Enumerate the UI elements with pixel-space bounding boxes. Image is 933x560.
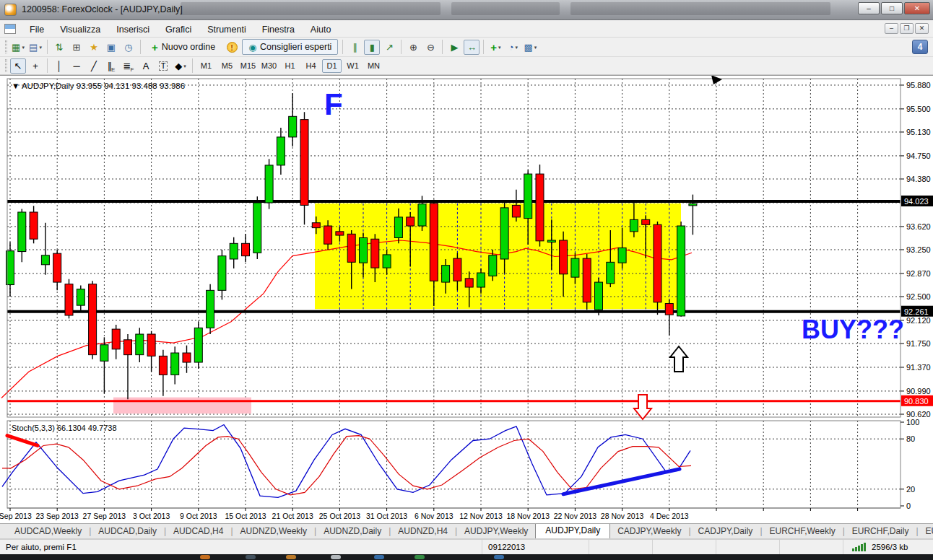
taskbar-icon[interactable] (374, 555, 384, 559)
date-axis-label: 12 Nov 2013 (459, 512, 503, 520)
menu-aiuto[interactable]: Aiuto (303, 22, 339, 37)
navigator-icon[interactable]: ★ (86, 40, 102, 55)
notification-badge[interactable]: 4 (912, 40, 928, 54)
traffic-counter: 2596/3 kb (872, 543, 908, 551)
menu-finestra[interactable]: Finestra (254, 22, 303, 37)
tab-eurchf-daily[interactable]: EURCHF,Daily (845, 524, 916, 538)
menu-visualizza[interactable]: Visualizza (52, 22, 108, 37)
toolbar-grip[interactable] (5, 59, 7, 72)
crosshair-icon[interactable]: + (27, 58, 43, 74)
strategy-tester-icon[interactable]: ◷ (121, 40, 136, 55)
indicator-label: Stoch(5,3,3) 66.1304 49.7738 (12, 424, 117, 432)
alert-icon[interactable]: ! (224, 40, 240, 55)
indicators-icon[interactable]: +▾ (487, 40, 503, 55)
windows-taskbar[interactable] (0, 554, 933, 560)
channel-icon[interactable]: ∥E (103, 58, 119, 74)
mdi-close-button[interactable]: ✕ (915, 23, 929, 34)
background-window (451, 2, 560, 15)
close-button[interactable]: ✕ (904, 2, 930, 14)
expert-advisors-button[interactable]: ◉Consiglieri esperti (242, 39, 338, 55)
timeframe-m5[interactable]: M5 (217, 59, 237, 73)
menu-grafici[interactable]: Grafici (157, 22, 199, 37)
indicator-axis-label: 20 (906, 485, 915, 494)
tab-cadjpy-weekly[interactable]: CADJPY,Weekly (610, 524, 688, 538)
profiles-icon[interactable]: ▤▾ (27, 40, 43, 55)
market-watch-icon[interactable]: ⇅ (51, 40, 67, 55)
price-marker-value: 90.830 (904, 397, 929, 406)
tab-audcad-daily[interactable]: AUDCAD,Daily (91, 524, 164, 538)
timeframe-m15[interactable]: M15 (238, 59, 258, 73)
tab-audnzd-h4[interactable]: AUDNZD,H4 (391, 524, 455, 538)
app-logo-icon (4, 4, 17, 16)
taskbar-icon[interactable] (415, 555, 425, 559)
terminal-icon[interactable]: ▣ (103, 40, 119, 55)
chart-window-icon[interactable] (4, 24, 16, 34)
mdi-minimize-button[interactable]: – (885, 23, 898, 34)
timeframe-mn[interactable]: MN (364, 59, 383, 73)
timeframe-m30[interactable]: M30 (259, 59, 279, 73)
tab-audcad-h4[interactable]: AUDCAD,H4 (166, 524, 230, 538)
price-marker-value: 94.023 (904, 197, 929, 206)
menu-strumenti[interactable]: Strumenti (199, 22, 254, 37)
tab-eurgbp-weekly[interactable]: EURGBP,Weekly (919, 524, 933, 538)
trendline-icon[interactable]: ╱ (86, 58, 102, 74)
tab-audcad-weekly[interactable]: AUDCAD,Weekly (7, 524, 89, 538)
status-date: 09122013 (482, 540, 589, 554)
maximize-button[interactable]: □ (881, 2, 903, 14)
taskbar-icon[interactable] (494, 555, 504, 559)
standard-toolbar: ▦▾▤▾⇅⊞★▣◷+Nuovo ordine!◉Consiglieri espe… (0, 38, 933, 57)
date-axis-label: 18 Nov 2013 (506, 512, 550, 520)
new-order-button[interactable]: +Nuovo ordine (145, 39, 222, 55)
chart-shift-icon[interactable]: ↔ (464, 40, 479, 55)
chart-area[interactable]: ▼ AUDJPY,Daily 93.955 94.131 93.488 93.9… (0, 75, 933, 522)
price-axis-label: 92.500 (906, 292, 931, 301)
tab-eurchf-weekly[interactable]: EURCHF,Weekly (763, 524, 843, 538)
tab-cadjpy-daily[interactable]: CADJPY,Daily (691, 524, 760, 538)
line-chart-icon[interactable]: ↗ (381, 40, 397, 55)
menu-file[interactable]: File (22, 22, 52, 37)
label-icon[interactable]: T (155, 58, 171, 74)
periods-icon[interactable]: ◔▾ (505, 40, 521, 55)
drawing-toolbar: ↖+│─╱∥E≣FAT◆▾M1M5M15M30H1H4D1W1MN (0, 57, 933, 75)
shapes-icon[interactable]: ◆▾ (173, 58, 188, 74)
data-window-icon[interactable]: ⊞ (69, 40, 84, 55)
taskbar-icon[interactable] (286, 555, 296, 559)
vertical-line-icon[interactable]: │ (51, 58, 67, 74)
fibonacci-icon[interactable]: ≣F (121, 58, 136, 74)
tab-audnzd-weekly[interactable]: AUDNZD,Weekly (233, 524, 314, 538)
status-bar: Per aiuto, premi F1 09122013 2596/3 kb (0, 539, 933, 554)
timeframe-h1[interactable]: H1 (280, 59, 300, 73)
minimize-button[interactable]: – (858, 2, 880, 14)
mdi-restore-button[interactable]: ❐ (900, 23, 914, 34)
toolbar-separator (442, 40, 443, 54)
new-chart-icon[interactable]: ▦▾ (10, 40, 26, 55)
horizontal-line-icon[interactable]: ─ (69, 58, 84, 74)
zoom-out-icon[interactable]: ⊖ (422, 40, 438, 55)
menu-inserisci[interactable]: Inserisci (108, 22, 157, 37)
text-icon[interactable]: A (138, 58, 154, 74)
toolbar-separator (192, 58, 193, 73)
candlestick-icon[interactable]: ▮ (364, 40, 380, 55)
timeframe-d1[interactable]: D1 (322, 59, 342, 73)
timeframe-m1[interactable]: M1 (196, 59, 216, 73)
cursor-icon[interactable]: ↖ (10, 58, 26, 74)
timeframe-h4[interactable]: H4 (301, 59, 321, 73)
toolbar-grip[interactable] (5, 40, 7, 53)
taskbar-icon[interactable] (331, 555, 341, 559)
date-axis-label: 23 Sep 2013 (35, 512, 79, 520)
indicator-axis-label: 100 (906, 418, 919, 426)
price-axis-label: 91.370 (906, 363, 931, 372)
tab-audnzd-daily[interactable]: AUDNZD,Daily (316, 524, 389, 538)
auto-scroll-icon[interactable]: ▶ (446, 40, 462, 55)
timeframe-w1[interactable]: W1 (343, 59, 363, 73)
bar-chart-icon[interactable]: ∥ (347, 40, 363, 55)
templates-icon[interactable]: ▩▾ (522, 40, 538, 55)
taskbar-icon[interactable] (200, 555, 210, 559)
tab-audjpy-daily[interactable]: AUDJPY,Daily (535, 523, 610, 538)
menu-bar: FileVisualizzaInserisciGraficiStrumentiF… (0, 20, 933, 38)
taskbar-icon[interactable] (246, 555, 256, 559)
price-chart[interactable]: ▼ AUDJPY,Daily 93.955 94.131 93.488 93.9… (0, 76, 933, 523)
zoom-in-icon[interactable]: ⊕ (405, 40, 421, 55)
title-bar[interactable]: 1200958: ForexOclock - [AUDJPY,Daily] – … (0, 0, 933, 20)
tab-audjpy-weekly[interactable]: AUDJPY,Weekly (457, 524, 535, 538)
